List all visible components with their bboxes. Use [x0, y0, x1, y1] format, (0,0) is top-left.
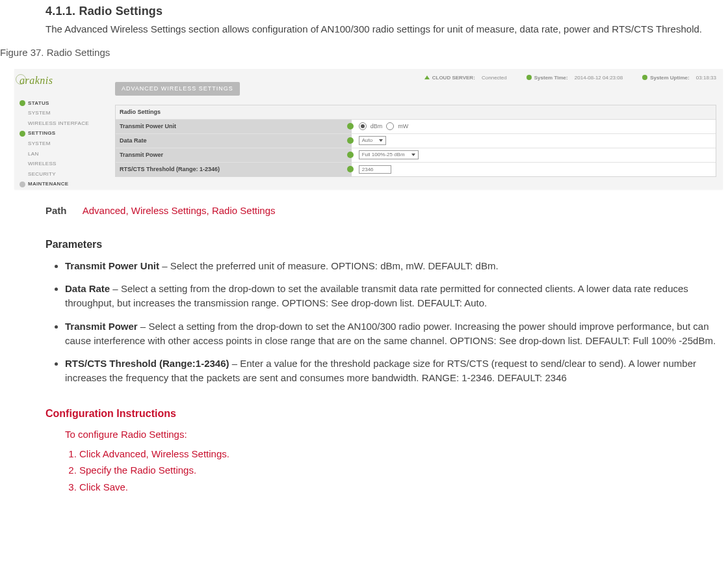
list-item: RTS/CTS Threshold (Range:1-2346) – Enter…: [65, 357, 722, 385]
section-heading: 4.1.1. Radio Settings: [46, 3, 722, 20]
status-dot-icon: [20, 100, 25, 106]
list-item: Specify the Radio Settings.: [79, 463, 722, 478]
screenshot-sidebar: STATUS SYSTEM WIRELESS INTERFACE SETTING…: [20, 98, 98, 189]
list-item: Data Rate – Select a setting from the dr…: [65, 282, 722, 310]
table-row: Transmit Power Unit dBm mW: [116, 120, 716, 134]
intro-paragraph: The Advanced Wireless Settings section a…: [46, 22, 722, 36]
data-rate-select[interactable]: Auto: [359, 136, 386, 145]
config-intro: To configure Radio Settings:: [65, 427, 722, 442]
rts-threshold-input[interactable]: 2346: [359, 165, 391, 174]
list-item: Transmit Power Unit – Select the preferr…: [65, 259, 722, 273]
config-instructions-heading: Configuration Instructions: [46, 406, 722, 421]
parameters-list: Transmit Power Unit – Select the preferr…: [46, 259, 722, 385]
settings-dot-icon: [20, 131, 25, 137]
list-item: Click Advanced, Wireless Settings.: [79, 447, 722, 461]
table-row: Transmit Power Full 100%-25 dBm: [116, 148, 716, 163]
help-icon: [347, 166, 354, 172]
screenshot-header-bar: ADVANCED WIRELESS SETTINGS: [115, 82, 240, 96]
chevron-down-icon: [379, 139, 383, 142]
uptime-icon: [642, 75, 647, 80]
chevron-down-icon: [411, 154, 415, 156]
list-item: Click Save.: [79, 480, 722, 494]
brand-logo: araknis: [20, 73, 53, 88]
config-steps: Click Advanced, Wireless Settings. Speci…: [65, 447, 722, 494]
cloud-icon: [424, 75, 430, 79]
table-row: RTS/CTS Threshold (Range: 1-2346) 2346: [116, 163, 716, 176]
maint-dot-icon: [20, 182, 25, 187]
list-item: Transmit Power – Select a setting from t…: [65, 319, 722, 348]
radio-dbm[interactable]: [359, 122, 367, 130]
help-icon: [347, 123, 354, 129]
radio-settings-table: Radio Settings Transmit Power Unit dBm m…: [115, 105, 716, 177]
figure-caption: Figure 37. Radio Settings: [0, 46, 728, 60]
table-title: Radio Settings: [116, 105, 716, 120]
time-icon: [526, 75, 532, 80]
radio-mw[interactable]: [386, 122, 394, 130]
table-row: Data Rate Auto: [116, 134, 716, 148]
parameters-heading: Parameters: [46, 237, 722, 252]
radio-settings-screenshot: araknis CLOUD SERVER: Connected System T…: [14, 69, 723, 189]
path-line: Path Advanced, Wireless Settings, Radio …: [46, 204, 722, 218]
status-bar: CLOUD SERVER: Connected System Time: 201…: [424, 74, 716, 82]
help-icon: [347, 137, 354, 144]
help-icon: [347, 152, 354, 158]
tx-power-select[interactable]: Full 100%-25 dBm: [359, 150, 419, 159]
